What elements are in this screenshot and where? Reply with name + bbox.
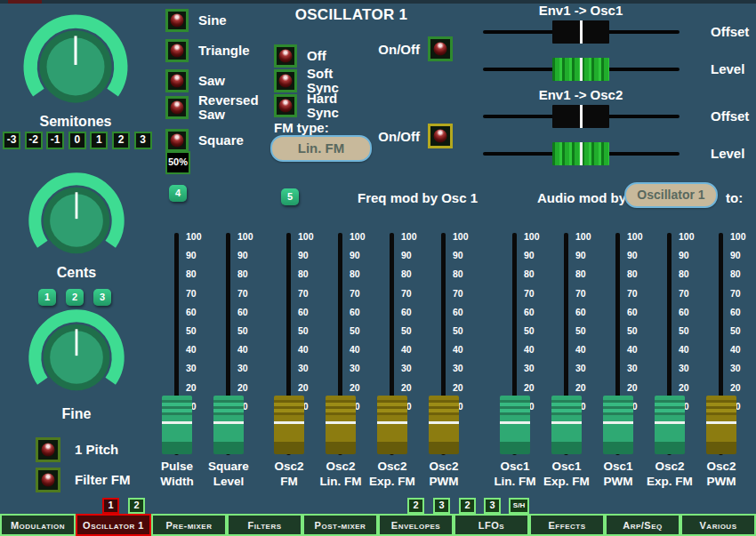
cents-button-2[interactable]: 2 bbox=[66, 289, 84, 306]
tab-indicator-2[interactable]: 2 bbox=[407, 498, 424, 514]
env-slider-handle-env1-osc2-offset[interactable] bbox=[552, 105, 609, 128]
tab-modulation[interactable]: Modulation bbox=[0, 514, 76, 536]
tab-effects[interactable]: Effects bbox=[529, 514, 605, 536]
slider-handle-osc1-exp-fm[interactable] bbox=[551, 396, 582, 454]
semitone-button-3[interactable]: -3 bbox=[3, 132, 20, 149]
tick-label: 40 bbox=[237, 345, 248, 354]
slider-handle-osc2-exp-fm[interactable] bbox=[655, 396, 685, 454]
tab-lfos[interactable]: LFOs bbox=[454, 514, 529, 536]
tick-label: 70 bbox=[401, 289, 412, 298]
fine-knob[interactable] bbox=[27, 308, 126, 411]
tick-label: 20 bbox=[401, 383, 412, 392]
tab-indicator-1[interactable]: 1 bbox=[102, 498, 119, 514]
tick-label: 80 bbox=[237, 269, 248, 278]
env-slider-handle-env1-osc1-level[interactable] bbox=[552, 58, 609, 81]
tick-label: 80 bbox=[453, 269, 463, 278]
aux-button-5[interactable]: 5 bbox=[281, 188, 299, 205]
tick-label: 50 bbox=[237, 326, 248, 335]
tab-indicator-3[interactable]: 3 bbox=[484, 498, 501, 514]
audio-mod-source-button[interactable]: Oscillator 1 bbox=[624, 182, 718, 208]
cents-button-1[interactable]: 1 bbox=[38, 289, 56, 306]
semitone-button-2[interactable]: -2 bbox=[25, 132, 43, 149]
slider-handle-pulse-width[interactable] bbox=[162, 396, 192, 454]
tick-label: 70 bbox=[524, 289, 535, 298]
slider-label-line2: PWM bbox=[685, 475, 756, 488]
waveform-row-sine: Sine bbox=[165, 8, 227, 33]
tick-label: 20 bbox=[350, 383, 360, 392]
tick-label: 80 bbox=[730, 269, 741, 278]
toggle-led-1-pitch[interactable] bbox=[36, 437, 60, 462]
semitone-button-3[interactable]: 3 bbox=[134, 132, 152, 149]
sync-led-off[interactable] bbox=[274, 44, 297, 68]
slider-handle-square-level[interactable] bbox=[213, 396, 244, 454]
waveform-label: Sine bbox=[198, 13, 227, 28]
tab-bar: ModulationOscillator 1Pre-mixerFiltersPo… bbox=[0, 514, 756, 536]
tab-post-mixer[interactable]: Post-mixer bbox=[302, 514, 378, 536]
onoff-led-2[interactable] bbox=[428, 124, 453, 148]
sync-led-soft-sync[interactable] bbox=[274, 69, 297, 92]
aux-button-4[interactable]: 4 bbox=[169, 185, 187, 202]
waveform-row-reversed-saw: Reversed Saw bbox=[165, 92, 259, 123]
env-slider-handle-env1-osc1-offset[interactable] bbox=[552, 20, 609, 44]
tick-label: 70 bbox=[186, 289, 197, 298]
waveform-led-sine[interactable] bbox=[165, 9, 189, 32]
tab-filters[interactable]: Filters bbox=[227, 514, 302, 536]
fine-knob-label: Fine bbox=[27, 406, 126, 422]
tick-label: 20 bbox=[730, 383, 741, 392]
tab-various[interactable]: Various bbox=[680, 514, 756, 536]
tick-label: 60 bbox=[186, 308, 197, 316]
waveform-led-triangle[interactable] bbox=[165, 39, 189, 62]
slider-handle-osc2-lin-fm[interactable] bbox=[326, 396, 356, 454]
onoff-led-1[interactable] bbox=[428, 36, 453, 61]
cents-knob[interactable] bbox=[27, 171, 126, 274]
tick-label: 40 bbox=[298, 345, 309, 354]
top-strip-accent bbox=[8, 0, 42, 4]
semitone-button-1[interactable]: -1 bbox=[46, 132, 64, 149]
tick-label: 50 bbox=[298, 326, 309, 335]
tick-label: 20 bbox=[298, 383, 309, 392]
tick-label: 70 bbox=[627, 289, 638, 298]
tick-label: 90 bbox=[627, 251, 638, 260]
tab-indicator-2[interactable]: 2 bbox=[459, 498, 476, 514]
slider-column-osc2-pwm: 1009080706050403020100Osc2PWM bbox=[690, 229, 752, 505]
tab-oscillator-1[interactable]: Oscillator 1 bbox=[76, 514, 151, 536]
slider-handle-osc2-pwm[interactable] bbox=[706, 396, 736, 454]
tick-label: 80 bbox=[679, 269, 689, 278]
slider-handle-osc2-exp-fm[interactable] bbox=[377, 396, 407, 454]
semitone-button-0[interactable]: 0 bbox=[68, 132, 86, 149]
tick-label: 20 bbox=[453, 383, 463, 392]
tick-label: 40 bbox=[453, 345, 463, 354]
slider-handle-osc1-lin-fm[interactable] bbox=[500, 396, 530, 454]
waveform-label: Square bbox=[198, 133, 244, 148]
slider-handle-osc2-fm[interactable] bbox=[274, 396, 304, 454]
tick-label: 80 bbox=[350, 269, 360, 278]
tab-arp-seq[interactable]: Arp/Seq bbox=[605, 514, 680, 536]
waveform-led-reversed-saw[interactable] bbox=[165, 96, 189, 119]
tick-label: 30 bbox=[453, 364, 463, 372]
slider-column-square-level: 1009080706050403020100SquareLevel bbox=[197, 229, 260, 505]
tick-label: 30 bbox=[524, 364, 535, 372]
tab-indicator-2[interactable]: 2 bbox=[128, 498, 145, 514]
toggle-led-filter-fm[interactable] bbox=[36, 468, 60, 492]
cents-button-3[interactable]: 3 bbox=[93, 289, 111, 306]
osc-onoff-row-1: On/Off bbox=[374, 36, 453, 61]
tick-label: 50 bbox=[524, 326, 535, 335]
semitone-button-1[interactable]: 1 bbox=[90, 132, 108, 149]
tab-pre-mixer[interactable]: Pre-mixer bbox=[151, 514, 227, 536]
tab-indicator-s-h[interactable]: S/H bbox=[509, 498, 529, 514]
tick-label: 50 bbox=[453, 326, 463, 335]
waveform-led-square[interactable] bbox=[165, 129, 189, 152]
sync-label: Off bbox=[307, 49, 326, 63]
tab-indicator-3[interactable]: 3 bbox=[433, 498, 450, 514]
waveform-led-saw[interactable] bbox=[165, 69, 189, 92]
slider-handle-osc2-pwm[interactable] bbox=[429, 396, 459, 454]
sync-label: Hard Sync bbox=[307, 92, 339, 120]
fm-type-button[interactable]: Lin. FM bbox=[270, 135, 372, 162]
semitone-button-2[interactable]: 2 bbox=[112, 132, 130, 149]
slider-handle-osc1-pwm[interactable] bbox=[603, 396, 633, 454]
semitones-knob[interactable] bbox=[21, 12, 130, 124]
sync-led-hard-sync[interactable] bbox=[274, 94, 297, 117]
tick-label: 70 bbox=[730, 289, 741, 298]
env-slider-handle-env1-osc2-level[interactable] bbox=[552, 142, 609, 165]
tab-envelopes[interactable]: Envelopes bbox=[378, 514, 454, 536]
